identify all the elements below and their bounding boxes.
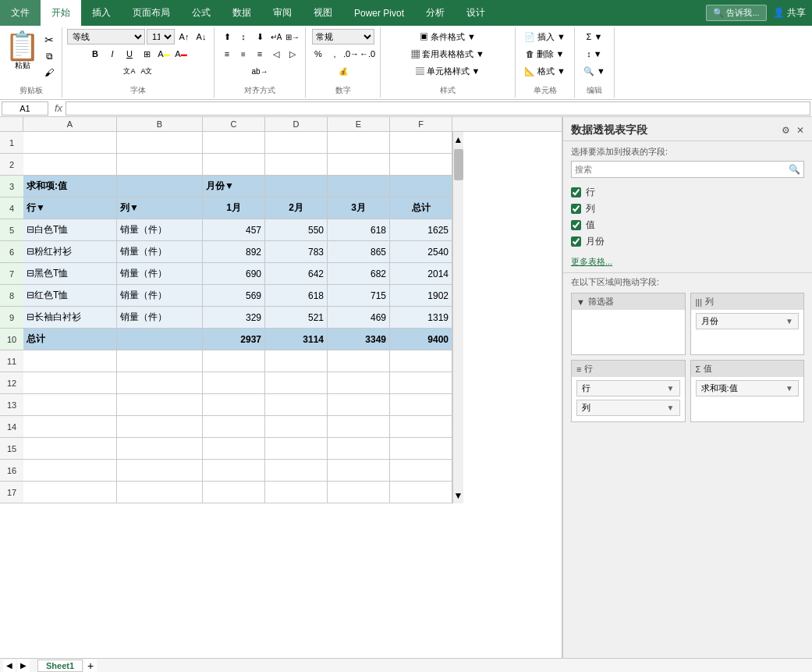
scroll-up-btn[interactable]: ▲ xyxy=(453,132,463,148)
cell-14-2[interactable] xyxy=(117,416,203,438)
cell-1-5[interactable] xyxy=(328,132,390,154)
cell-16-1[interactable] xyxy=(23,460,117,482)
cell-17-1[interactable] xyxy=(23,482,117,503)
cell-15-1[interactable] xyxy=(23,438,117,460)
cell-11-1[interactable] xyxy=(23,350,117,372)
cell-3-3[interactable]: 月份▼ xyxy=(203,176,265,197)
cell-11-2[interactable] xyxy=(117,350,203,372)
cell-17-6[interactable] xyxy=(390,482,452,503)
cell-10-5[interactable]: 3349 xyxy=(328,329,390,350)
cell-4-4[interactable]: 2月 xyxy=(265,197,328,219)
row-num-2[interactable]: 2 xyxy=(0,154,23,176)
row-num-3[interactable]: 3 xyxy=(0,176,23,197)
pivot-checkbox-月份[interactable] xyxy=(571,236,581,247)
cell-10-1[interactable]: 总计 xyxy=(23,329,117,350)
align-top-btn[interactable]: ⬆ xyxy=(219,29,235,44)
cell-7-5[interactable]: 682 xyxy=(328,263,390,285)
cell-12-4[interactable] xyxy=(265,372,328,394)
pivot-settings-icon[interactable]: ⚙ xyxy=(782,125,790,136)
ribbon-tab-公式[interactable]: 公式 xyxy=(181,0,222,26)
cell-styles-btn[interactable]: ▤ 单元格样式 ▼ xyxy=(412,63,484,79)
cell-5-1[interactable]: ⊟白色T恤 xyxy=(23,219,117,241)
ribbon-tab-Power Pivot[interactable]: Power Pivot xyxy=(343,0,415,26)
indent-inc-btn[interactable]: ▷ xyxy=(285,46,300,62)
cell-1-3[interactable] xyxy=(203,132,265,154)
cell-17-2[interactable] xyxy=(117,482,203,503)
cell-7-1[interactable]: ⊟黑色T恤 xyxy=(23,263,117,285)
scroll-down-btn[interactable]: ▼ xyxy=(453,488,463,503)
cell-4-6[interactable]: 总计 xyxy=(390,197,452,219)
insert-btn[interactable]: 📄 插入 ▼ xyxy=(520,29,569,44)
font-extra-btn2[interactable]: A文 xyxy=(139,63,154,79)
align-middle-btn[interactable]: ↕ xyxy=(236,29,251,44)
pivot-checkbox-值[interactable] xyxy=(571,220,581,230)
ribbon-tab-分析[interactable]: 分析 xyxy=(415,0,456,26)
format-btn[interactable]: 📐 格式 ▼ xyxy=(520,63,569,79)
row-num-9[interactable]: 9 xyxy=(0,307,23,329)
cell-11-3[interactable] xyxy=(203,350,265,372)
cell-1-2[interactable] xyxy=(117,132,203,154)
cell-17-5[interactable] xyxy=(328,482,390,503)
col-header-F[interactable]: F xyxy=(390,117,452,131)
cell-3-4[interactable] xyxy=(265,176,328,197)
cell-13-5[interactable] xyxy=(328,394,390,416)
cell-4-2[interactable]: 列▼ xyxy=(117,197,203,219)
ribbon-tab-设计[interactable]: 设计 xyxy=(456,0,496,26)
cell-15-2[interactable] xyxy=(117,438,203,460)
cell-10-2[interactable] xyxy=(117,329,203,350)
cell-14-3[interactable] xyxy=(203,416,265,438)
align-bottom-btn[interactable]: ⬇ xyxy=(252,29,268,44)
pivot-close-btn[interactable]: ✕ xyxy=(796,125,804,136)
row-num-15[interactable]: 15 xyxy=(0,438,23,460)
copy-btn[interactable]: ⧉ xyxy=(41,48,57,64)
sort-filter-btn[interactable]: ↕ ▼ xyxy=(583,46,605,62)
cell-9-1[interactable]: ⊟长袖白衬衫 xyxy=(23,307,117,329)
cell-12-2[interactable] xyxy=(117,372,203,394)
align-left-btn[interactable]: ≡ xyxy=(219,46,235,62)
cell-16-4[interactable] xyxy=(265,460,328,482)
sheet-nav-right[interactable]: ▶ xyxy=(17,660,30,672)
row-num-5[interactable]: 5 xyxy=(0,219,23,241)
cell-1-6[interactable] xyxy=(390,132,452,154)
cell-6-3[interactable]: 892 xyxy=(203,241,265,263)
paste-btn-area[interactable]: 📋 粘贴 xyxy=(5,32,40,80)
cell-6-4[interactable]: 783 xyxy=(265,241,328,263)
vertical-scrollbar[interactable]: ▲ ▼ xyxy=(452,132,463,503)
cell-14-1[interactable] xyxy=(23,416,117,438)
cell-9-2[interactable]: 销量（件） xyxy=(117,307,203,329)
font-extra-btn[interactable]: 文A xyxy=(122,63,137,79)
col-header-E[interactable]: E xyxy=(328,117,390,131)
sum-btn[interactable]: Σ ▼ xyxy=(583,29,607,44)
cell-5-2[interactable]: 销量（件） xyxy=(117,219,203,241)
cell-12-6[interactable] xyxy=(390,372,452,394)
ribbon-tab-开始[interactable]: 开始 xyxy=(41,0,81,26)
align-center-btn[interactable]: ≡ xyxy=(236,46,251,62)
cell-13-2[interactable] xyxy=(117,394,203,416)
ribbon-tab-文件[interactable]: 文件 xyxy=(0,0,41,26)
cell-10-3[interactable]: 2937 xyxy=(203,329,265,350)
cell-15-5[interactable] xyxy=(328,438,390,460)
pivot-tag-sumvalue[interactable]: 求和项:值 ▼ xyxy=(696,380,800,396)
cell-16-2[interactable] xyxy=(117,460,203,482)
comma-btn[interactable]: , xyxy=(327,46,342,62)
cell-12-3[interactable] xyxy=(203,372,265,394)
cell-13-6[interactable] xyxy=(390,394,452,416)
cell-9-6[interactable]: 1319 xyxy=(390,307,452,329)
cell-13-3[interactable] xyxy=(203,394,265,416)
cell-4-3[interactable]: 1月 xyxy=(203,197,265,219)
decimal-inc-btn[interactable]: .0→ xyxy=(343,46,359,62)
col-header-A[interactable]: A xyxy=(23,117,117,131)
row-num-13[interactable]: 13 xyxy=(0,394,23,416)
col-header-B[interactable]: B xyxy=(117,117,203,131)
pivot-search-input[interactable] xyxy=(572,165,785,174)
cell-7-2[interactable]: 销量（件） xyxy=(117,263,203,285)
row-num-4[interactable]: 4 xyxy=(0,197,23,219)
cell-5-6[interactable]: 1625 xyxy=(390,219,452,241)
row-num-14[interactable]: 14 xyxy=(0,416,23,438)
cell-6-5[interactable]: 865 xyxy=(328,241,390,263)
cell-16-6[interactable] xyxy=(390,460,452,482)
cell-17-4[interactable] xyxy=(265,482,328,503)
text-wrap-btn[interactable]: ↵A xyxy=(268,29,284,44)
row-num-7[interactable]: 7 xyxy=(0,263,23,285)
conditional-format-btn[interactable]: ▣ 条件格式 ▼ xyxy=(416,29,480,44)
